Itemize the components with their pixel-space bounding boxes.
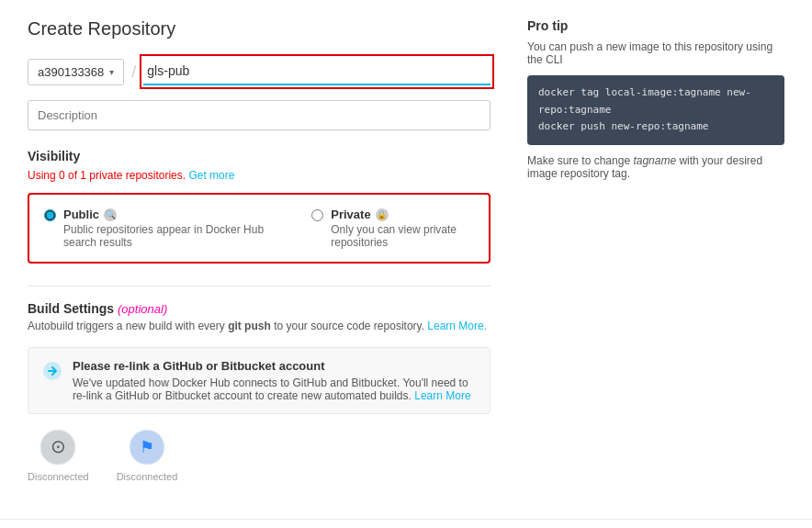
code-line-1: docker tag local-image:tagname new-repo:… (538, 84, 773, 118)
chevron-down-icon: ▾ (109, 67, 114, 77)
build-settings-title: Build Settings (optional) (28, 301, 491, 316)
visibility-section: Visibility Using 0 of 1 private reposito… (28, 149, 491, 264)
description-input[interactable] (28, 100, 491, 130)
build-settings-section: Build Settings (optional) Autobuild trig… (28, 301, 491, 482)
pro-tip-note: Make sure to change tagname with your de… (527, 154, 784, 180)
pro-tip-title: Pro tip (527, 18, 784, 33)
visibility-title: Visibility (28, 149, 491, 163)
sidebar: Pro tip You can push a new image to this… (527, 18, 784, 500)
public-icon: 🔍 (104, 208, 117, 221)
slash-separator: / (124, 62, 143, 82)
visibility-note: Using 0 of 1 private repositories. Get m… (28, 169, 491, 182)
private-icon: 🔒 (376, 208, 389, 221)
visibility-options: Public 🔍 Public repositories appear in D… (28, 193, 491, 264)
relink-icon (41, 360, 63, 382)
code-line-2: docker push new-repo:tagname (538, 118, 773, 136)
visibility-option-public[interactable]: Public 🔍 Public repositories appear in D… (44, 208, 275, 249)
private-option-title: Private 🔒 (331, 208, 474, 221)
github-label: Disconnected (28, 471, 89, 482)
relink-desc: We've updated how Docker Hub connects to… (73, 376, 477, 402)
relink-title: Please re-link a GitHub or Bitbucket acc… (73, 359, 477, 373)
bitbucket-connect-item[interactable]: ⚑ Disconnected (117, 429, 178, 482)
visibility-option-private[interactable]: Private 🔒 Only you can view private repo… (311, 208, 474, 249)
namespace-value: a390133368 (38, 65, 104, 79)
bitbucket-icon: ⚑ (129, 429, 165, 466)
namespace-select[interactable]: a390133368 ▾ (28, 59, 124, 85)
optional-label: (optional) (118, 302, 167, 316)
svg-text:⚑: ⚑ (140, 438, 154, 456)
connect-icons-row: ⊙ Disconnected ⚑ Disconnected (28, 429, 491, 482)
bitbucket-label: Disconnected (117, 471, 178, 482)
svg-text:⊙: ⊙ (51, 436, 66, 456)
public-radio[interactable] (44, 209, 56, 221)
public-option-title: Public 🔍 (63, 208, 275, 221)
divider (28, 286, 491, 286)
github-icon: ⊙ (39, 429, 76, 466)
autobuild-desc: Autobuild triggers a new build with ever… (28, 320, 491, 332)
private-radio[interactable] (311, 209, 323, 221)
repo-name-input[interactable] (143, 58, 491, 85)
public-option-desc: Public repositories appear in Docker Hub… (63, 223, 275, 249)
relink-box: Please re-link a GitHub or Bitbucket acc… (28, 347, 491, 414)
private-option-desc: Only you can view private repositories (331, 223, 474, 249)
page-title: Create Repository (28, 18, 491, 39)
name-row: a390133368 ▾ / (28, 58, 491, 85)
code-block: docker tag local-image:tagname new-repo:… (527, 75, 784, 145)
github-connect-item[interactable]: ⊙ Disconnected (28, 429, 89, 482)
get-more-link[interactable]: Get more (188, 169, 234, 182)
relink-learn-more[interactable]: Learn More (414, 389, 470, 402)
footer-buttons: Cancel Create Create & Build (0, 519, 812, 528)
learn-more-link[interactable]: Learn More. (427, 320, 487, 332)
pro-tip-desc: You can push a new image to this reposit… (527, 40, 784, 66)
